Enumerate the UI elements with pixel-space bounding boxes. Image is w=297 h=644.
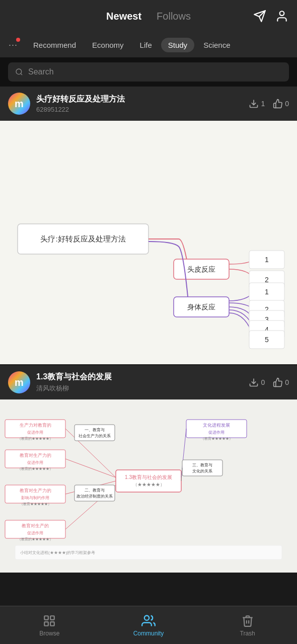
nav-community[interactable]: Community bbox=[99, 606, 198, 644]
svg-text:文化的关系: 文化的关系 bbox=[192, 469, 212, 473]
svg-text:（教育★★★★★）: （教育★★★★★） bbox=[201, 436, 233, 441]
category-bar: ··· Recommend Economy Life Study Science bbox=[0, 32, 297, 57]
download-count-1: 1 bbox=[261, 100, 265, 108]
search-input-wrapper[interactable]: Search bbox=[8, 62, 289, 82]
mindmap-1[interactable]: 头疗:好转反应及处理方法 头皮反应 1 2 身体反应 bbox=[0, 121, 297, 364]
trash-icon bbox=[241, 614, 255, 628]
cat-study[interactable]: Study bbox=[161, 38, 194, 52]
post-actions-1: 1 0 bbox=[249, 99, 289, 109]
svg-rect-69 bbox=[45, 622, 49, 626]
tab-newest[interactable]: Newest bbox=[106, 11, 141, 22]
svg-point-3 bbox=[16, 69, 22, 74]
svg-text:教育对生产力的: 教育对生产力的 bbox=[20, 453, 51, 458]
svg-text:促进作用: 促进作用 bbox=[27, 460, 43, 465]
post-card-2: m 1.3教育与社会的发展 清风吹杨柳 0 0 bbox=[0, 365, 297, 573]
svg-rect-70 bbox=[50, 622, 54, 626]
svg-text:（教育的★★★★★）: （教育的★★★★★） bbox=[18, 466, 53, 471]
cat-economy[interactable]: Economy bbox=[85, 38, 131, 52]
post-author-2[interactable]: 清风吹杨柳 bbox=[36, 384, 249, 393]
community-label: Community bbox=[133, 630, 164, 637]
mindmap-2[interactable]: 1.3教育与社会的发展 （★★★★★） 生产力对教育的 促进作用 （教育的★★★… bbox=[0, 399, 297, 573]
nav-browse[interactable]: Browse bbox=[0, 606, 99, 644]
svg-text:5: 5 bbox=[265, 336, 269, 344]
send-icon[interactable] bbox=[253, 9, 267, 23]
cat-science[interactable]: Science bbox=[196, 38, 237, 52]
header: Newest Follows bbox=[0, 0, 297, 32]
svg-line-47 bbox=[65, 459, 116, 477]
svg-text:1.3教育与社会的发展: 1.3教育与社会的发展 bbox=[125, 474, 172, 480]
svg-rect-53 bbox=[75, 485, 115, 501]
svg-rect-61 bbox=[182, 460, 222, 476]
header-tabs: Newest Follows bbox=[106, 11, 191, 22]
svg-text:促进作用: 促进作用 bbox=[27, 531, 43, 535]
svg-text:文化进程发展: 文化进程发展 bbox=[203, 423, 230, 428]
like-count-1: 0 bbox=[285, 100, 289, 108]
tab-follows[interactable]: Follows bbox=[157, 11, 191, 22]
header-icons bbox=[253, 9, 289, 23]
post-author-1[interactable]: 628951222 bbox=[36, 106, 249, 113]
svg-point-71 bbox=[144, 615, 149, 620]
post-card-1: m 头疗好转反应及处理方法 628951222 1 0 bbox=[0, 87, 297, 364]
search-icon bbox=[15, 68, 23, 76]
svg-text:三、教育与: 三、教育与 bbox=[192, 463, 212, 467]
svg-rect-50 bbox=[75, 425, 115, 441]
avatar-2: m bbox=[8, 371, 30, 393]
svg-text:（教育的★★★★★）: （教育的★★★★★） bbox=[18, 436, 53, 441]
svg-rect-68 bbox=[50, 616, 54, 620]
svg-text:（教育★★★★★）: （教育★★★★★） bbox=[20, 502, 51, 506]
svg-text:社会生产力的关系: 社会生产力的关系 bbox=[79, 434, 111, 438]
svg-point-2 bbox=[280, 11, 284, 16]
svg-text:促进作用: 促进作用 bbox=[208, 430, 225, 435]
svg-text:影响与制约作用: 影响与制约作用 bbox=[21, 496, 49, 500]
download-count-2: 0 bbox=[261, 378, 265, 386]
nav-trash[interactable]: Trash bbox=[198, 606, 297, 644]
svg-text:头皮反应: 头皮反应 bbox=[187, 265, 215, 273]
post-actions-2: 0 0 bbox=[249, 377, 289, 387]
svg-text:头疗:好转反应及处理方法: 头疗:好转反应及处理方法 bbox=[40, 234, 125, 243]
svg-text:小结对文化进程(★★★★)的学习框架参考: 小结对文化进程(★★★★)的学习框架参考 bbox=[20, 550, 95, 555]
more-button[interactable]: ··· bbox=[4, 36, 22, 54]
like-btn-1[interactable]: 0 bbox=[273, 99, 289, 109]
svg-rect-27 bbox=[116, 470, 181, 492]
download-btn-1[interactable]: 1 bbox=[249, 99, 265, 109]
post-header-2: m 1.3教育与社会的发展 清风吹杨柳 0 0 bbox=[0, 365, 297, 399]
svg-line-4 bbox=[21, 73, 22, 75]
svg-text:一、教育与: 一、教育与 bbox=[85, 428, 105, 432]
mindmap-svg-2: 1.3教育与社会的发展 （★★★★★） 生产力对教育的 促进作用 （教育的★★★… bbox=[0, 399, 297, 571]
search-bar: Search bbox=[0, 57, 297, 87]
like-count-2: 0 bbox=[285, 378, 289, 386]
svg-text:教育对生产力的: 教育对生产力的 bbox=[20, 488, 51, 493]
post-info-2: 1.3教育与社会的发展 清风吹杨柳 bbox=[36, 372, 249, 393]
download-btn-2[interactable]: 0 bbox=[249, 377, 265, 387]
browse-icon bbox=[42, 614, 56, 628]
svg-text:1: 1 bbox=[265, 256, 269, 264]
svg-text:教育对生产的: 教育对生产的 bbox=[22, 523, 49, 528]
bottom-nav: Browse Community Trash bbox=[0, 606, 297, 644]
svg-text:生产力对教育的: 生产力对教育的 bbox=[20, 423, 51, 428]
search-placeholder: Search bbox=[28, 67, 54, 76]
notification-dot bbox=[16, 38, 20, 42]
svg-rect-67 bbox=[45, 616, 49, 620]
community-icon bbox=[141, 614, 156, 628]
cat-life[interactable]: Life bbox=[133, 38, 159, 52]
svg-text:1: 1 bbox=[265, 288, 269, 296]
svg-text:二、教育与: 二、教育与 bbox=[85, 488, 105, 493]
browse-label: Browse bbox=[39, 630, 59, 637]
like-btn-2[interactable]: 0 bbox=[273, 377, 289, 387]
cat-recommend[interactable]: Recommend bbox=[26, 38, 83, 52]
svg-text:身体反应: 身体反应 bbox=[187, 303, 215, 311]
avatar-1: m bbox=[8, 93, 30, 115]
svg-text:（教育的★★★★★）: （教育的★★★★★） bbox=[18, 537, 53, 541]
trash-label: Trash bbox=[240, 630, 255, 637]
post-title-2[interactable]: 1.3教育与社会的发展 bbox=[36, 372, 249, 382]
svg-text:政治经济制度的关系: 政治经济制度的关系 bbox=[77, 494, 113, 499]
post-info-1: 头疗好转反应及处理方法 628951222 bbox=[36, 94, 249, 114]
post-title-1[interactable]: 头疗好转反应及处理方法 bbox=[36, 94, 249, 105]
svg-text:（★★★★★）: （★★★★★） bbox=[133, 482, 165, 487]
svg-text:促进作用: 促进作用 bbox=[27, 430, 43, 435]
mindmap-svg-1: 头疗:好转反应及处理方法 头皮反应 1 2 身体反应 bbox=[5, 131, 292, 352]
post-header-1: m 头疗好转反应及处理方法 628951222 1 0 bbox=[0, 87, 297, 121]
profile-icon[interactable] bbox=[275, 9, 289, 23]
